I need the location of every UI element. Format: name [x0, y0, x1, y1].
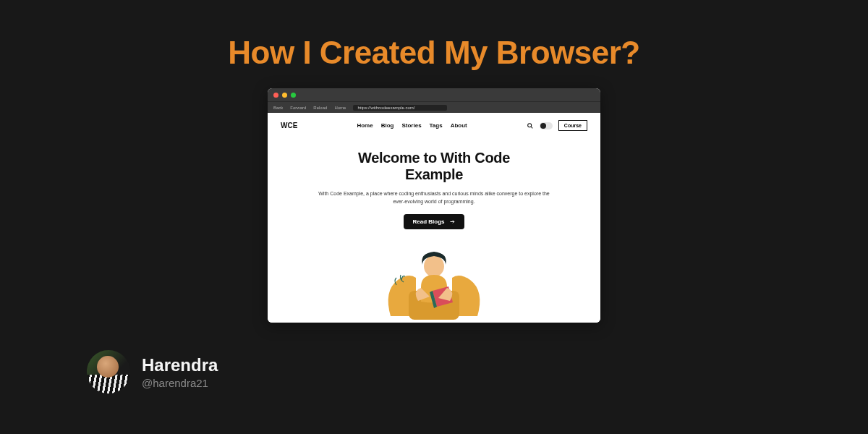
author-handle: @harendra21 — [142, 377, 218, 389]
author-text: Harendra @harendra21 — [142, 355, 218, 389]
hero-title-line2: Example — [297, 166, 571, 183]
hero-title-line1: Welcome to With Code — [297, 150, 571, 166]
site-logo[interactable]: WCE — [281, 122, 297, 129]
theme-toggle[interactable] — [540, 122, 553, 129]
hero-title: Welcome to With Code Example — [297, 150, 571, 183]
nav-stories[interactable]: Stories — [401, 122, 421, 129]
search-icon[interactable] — [527, 122, 534, 129]
hero-subtitle: With Code Example, a place where coding … — [297, 190, 571, 205]
avatar[interactable] — [87, 350, 130, 393]
reload-button[interactable]: Reload — [313, 106, 327, 110]
maximize-icon[interactable] — [291, 93, 296, 98]
browser-toolbar: Back Forward Reload Home https://withcod… — [268, 101, 600, 113]
author-block: Harendra @harendra21 — [87, 350, 218, 393]
nav-tags[interactable]: Tags — [430, 122, 443, 129]
webpage-content: WCE Home Blog Stories Tags About Course … — [268, 113, 600, 323]
back-button[interactable]: Back — [273, 106, 283, 110]
nav-home[interactable]: Home — [357, 122, 373, 129]
course-button[interactable]: Course — [558, 120, 587, 131]
nav-about[interactable]: About — [451, 122, 467, 129]
hero-section: Welcome to With Code Example With Code E… — [268, 138, 600, 229]
author-name: Harendra — [142, 355, 218, 375]
hero-illustration — [376, 247, 492, 323]
svg-point-0 — [528, 123, 532, 127]
site-actions: Course — [527, 120, 587, 131]
window-titlebar — [268, 88, 600, 101]
site-nav: Home Blog Stories Tags About — [357, 122, 467, 129]
svg-point-4 — [424, 255, 444, 277]
arrow-right-icon — [449, 218, 456, 225]
page-title: How I Created My Browser? — [0, 35, 868, 71]
close-icon[interactable] — [273, 93, 278, 98]
svg-line-1 — [531, 127, 532, 128]
forward-button[interactable]: Forward — [290, 106, 306, 110]
url-input[interactable]: https://withcodeexample.com/ — [353, 105, 447, 111]
minimize-icon[interactable] — [282, 93, 287, 98]
read-blogs-button[interactable]: Read Blogs — [404, 214, 464, 229]
browser-window: Back Forward Reload Home https://withcod… — [268, 88, 600, 323]
nav-blog[interactable]: Blog — [381, 122, 394, 129]
site-header: WCE Home Blog Stories Tags About Course — [268, 113, 600, 138]
cta-label: Read Blogs — [412, 218, 444, 225]
home-button[interactable]: Home — [334, 106, 346, 110]
